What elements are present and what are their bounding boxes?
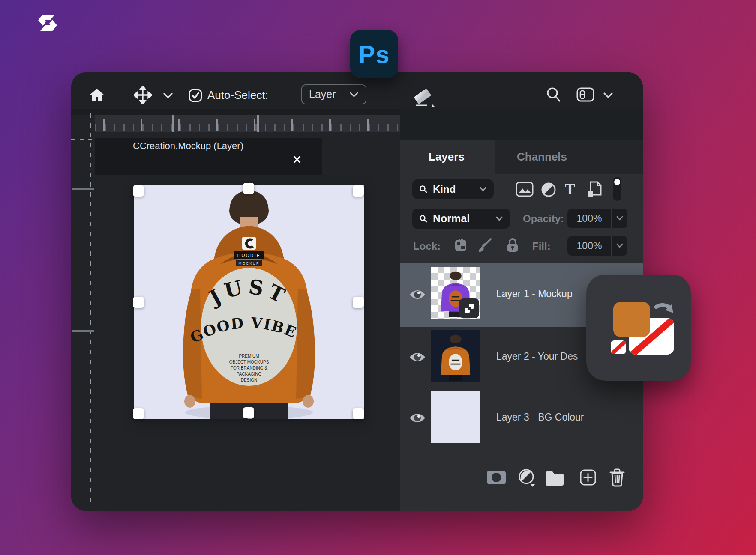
chevron-down-icon (495, 216, 503, 221)
dropdown-value: Layer (309, 88, 336, 101)
search-icon (419, 185, 428, 194)
chevron-down-icon (479, 186, 487, 192)
add-layer-mask-icon[interactable] (486, 470, 507, 485)
scene: Ps Auto-Select: (0, 0, 756, 555)
move-tool-chevron-icon[interactable] (162, 92, 174, 99)
eraser-tool-icon[interactable] (412, 87, 436, 107)
vertical-guide (90, 113, 91, 507)
brand-logo (36, 13, 59, 33)
auto-select-label: Auto-Select: (207, 89, 268, 102)
transform-handle-mid-right[interactable] (353, 297, 364, 308)
fill-label: Fill: (532, 240, 551, 252)
panel-top-strip (400, 109, 643, 140)
home-icon[interactable] (89, 88, 105, 102)
layer-thumbnail[interactable] (431, 391, 480, 443)
kind-filter-label: Kind (433, 183, 456, 195)
search-icon (419, 215, 428, 223)
layer-name[interactable]: Layer 1 - Mockup (496, 288, 573, 300)
smart-object-badge (459, 298, 479, 318)
transform-handle-top-left[interactable] (133, 185, 144, 197)
fill-field[interactable]: 100% (567, 236, 627, 256)
hood-label-line2: MOCKUP (238, 261, 259, 266)
tab-channels[interactable]: Channels (495, 140, 643, 174)
document-tab[interactable]: CCreation.Mockup (Layer) ✕ (95, 138, 322, 175)
tab-layers[interactable]: Layers (417, 140, 495, 174)
visibility-eye-icon[interactable] (409, 288, 426, 301)
layer-name[interactable]: Layer 2 - Your Des (496, 351, 578, 362)
opacity-label: Opacity: (523, 213, 564, 225)
layer-thumbnail[interactable] (431, 330, 480, 382)
layer-row-3[interactable]: Layer 3 - BG Colour (400, 388, 643, 448)
blend-mode-dropdown[interactable]: Normal (412, 209, 510, 229)
lock-paint-icon[interactable] (477, 237, 494, 254)
opacity-value: 100% (567, 213, 611, 224)
chevron-down-icon[interactable] (616, 216, 623, 221)
move-tool-icon[interactable] (134, 86, 152, 104)
transform-handle-mid-left[interactable] (133, 297, 144, 308)
hoodie-mockup-artwork: JUST GOOD VIBES PREMIUM OBJECT MOCKUPS F… (134, 185, 364, 419)
visibility-eye-icon[interactable] (409, 412, 426, 424)
filter-smart-objects-icon[interactable] (585, 180, 603, 198)
transform-handle-bottom-right[interactable] (353, 408, 364, 419)
photoshop-window: Auto-Select: Layer (71, 72, 643, 511)
new-group-folder-icon[interactable] (544, 470, 565, 486)
print-caption-line: DESIGN (241, 378, 257, 382)
print-caption-line: PACKAGING (237, 372, 262, 376)
canvas-top-strip (71, 109, 400, 115)
transform-handle-top-right[interactable] (353, 185, 364, 197)
print-caption-line: OBJECT MOCKUPS (229, 360, 269, 364)
chevron-down-icon (349, 91, 359, 98)
photoshop-logo: Ps (350, 30, 398, 78)
workspace-chevron-icon[interactable] (603, 91, 614, 99)
delete-layer-trash-icon[interactable] (609, 468, 626, 487)
canvas-area: CCreation.Mockup (Layer) ✕ (71, 109, 400, 511)
lock-all-icon[interactable] (506, 237, 519, 253)
hood-label-line1: HOODIE (237, 253, 261, 258)
auto-select-checkbox[interactable] (189, 89, 202, 102)
blend-mode-value: Normal (433, 212, 470, 225)
auto-select-target-dropdown[interactable]: Layer (301, 84, 366, 104)
colour-swap-icon (586, 275, 691, 381)
close-icon[interactable]: ✕ (292, 153, 302, 167)
new-adjustment-layer-icon[interactable] (518, 468, 537, 488)
filter-pixel-layers-icon[interactable] (515, 181, 534, 197)
document-canvas[interactable]: JUST GOOD VIBES PREMIUM OBJECT MOCKUPS F… (134, 185, 364, 419)
fill-value: 100% (567, 240, 611, 252)
lock-transparency-icon[interactable] (453, 238, 468, 252)
opacity-field[interactable]: 100% (567, 209, 627, 228)
transform-handle-top-center[interactable] (243, 183, 254, 194)
print-caption-line: FOR BRANDING & (231, 366, 267, 370)
lock-label: Lock: (413, 240, 441, 252)
filter-adjustment-layers-icon[interactable] (541, 182, 556, 197)
left-ruler-tick (72, 330, 94, 332)
print-caption-line: PREMIUM (239, 354, 259, 358)
filter-toggle-switch[interactable] (613, 177, 621, 201)
filter-type-layers-icon[interactable]: T (565, 180, 575, 198)
layer-name[interactable]: Layer 3 - BG Colour (496, 412, 584, 423)
visibility-eye-icon[interactable] (409, 351, 426, 364)
transform-handle-bottom-center[interactable] (243, 407, 254, 418)
colour-swap-card[interactable] (586, 275, 691, 381)
options-toolbar: Auto-Select: Layer (71, 72, 643, 109)
transform-handle-bottom-left[interactable] (133, 408, 144, 419)
horizontal-ruler (95, 115, 400, 132)
photoshop-logo-text: Ps (359, 40, 390, 69)
search-icon[interactable] (545, 86, 562, 103)
document-title: CCreation.Mockup (Layer) (133, 140, 243, 152)
new-layer-icon[interactable] (579, 469, 597, 486)
left-ruler-tick (72, 188, 94, 190)
ruler-major-tick (172, 115, 174, 132)
kind-filter-dropdown[interactable]: Kind (412, 179, 494, 199)
chevron-down-icon[interactable] (616, 243, 623, 248)
ruler-major-tick (257, 115, 259, 132)
workspace-switcher-icon[interactable] (576, 87, 595, 102)
